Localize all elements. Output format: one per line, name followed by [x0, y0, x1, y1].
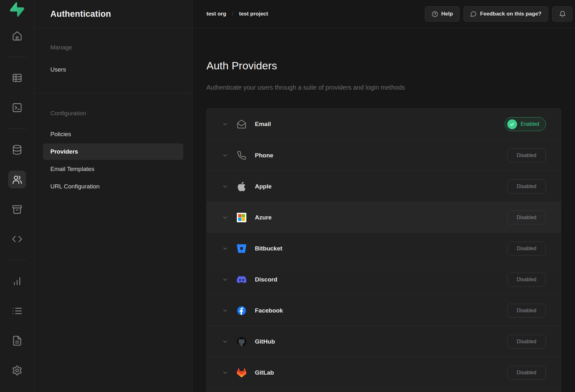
status-label: Disabled: [517, 246, 536, 251]
provider-row-discord[interactable]: Discord Disabled: [207, 264, 561, 295]
rail-table-editor-button[interactable]: [8, 69, 26, 87]
bitbucket-logo-icon: [237, 243, 247, 254]
provider-row-phone[interactable]: Phone Disabled: [207, 140, 561, 171]
status-label: Enabled: [521, 121, 539, 127]
discord-logo-icon: [237, 275, 247, 285]
apple-logo-icon: [237, 181, 247, 192]
chevron-down-icon[interactable]: [222, 338, 228, 345]
sidebar-item-providers[interactable]: Providers: [43, 143, 183, 160]
page-heading: Auth Providers: [206, 28, 561, 72]
page-subheading: Authenticate your users through a suite …: [206, 83, 561, 92]
github-logo-icon: [237, 337, 247, 347]
supabase-bolt-icon: [10, 2, 24, 17]
sidebar-item-policies[interactable]: Policies: [43, 126, 183, 142]
provider-row-facebook[interactable]: Facebook Disabled: [207, 295, 561, 326]
provider-name: Email: [255, 121, 271, 128]
help-circle-icon: [432, 11, 438, 17]
notifications-bell-icon: [559, 10, 566, 18]
provider-row-bitbucket[interactable]: Bitbucket Disabled: [207, 233, 561, 264]
rail-home-button[interactable]: [8, 27, 26, 45]
status-label: Disabled: [517, 277, 536, 282]
breadcrumb-org[interactable]: test org: [206, 11, 226, 17]
rail-reports-button[interactable]: [8, 272, 26, 290]
home-icon: [12, 30, 22, 41]
supabase-logo[interactable]: [0, 0, 34, 19]
notifications-button[interactable]: [552, 6, 572, 22]
storage-icon: [12, 204, 22, 215]
rail-storage-button[interactable]: [8, 200, 26, 218]
status-badge: Disabled: [507, 211, 546, 224]
chevron-down-icon[interactable]: [222, 214, 228, 221]
sidebar-item-email-templates[interactable]: Email Templates: [43, 161, 183, 177]
status-badge: Disabled: [507, 366, 546, 380]
chevron-down-icon[interactable]: [222, 370, 228, 376]
sql-editor-icon: [12, 102, 22, 113]
rail-authentication-button[interactable]: [8, 171, 26, 188]
chevron-down-icon[interactable]: [222, 245, 228, 252]
breadcrumb-project[interactable]: test project: [239, 11, 268, 17]
chevron-down-icon[interactable]: [222, 183, 228, 190]
help-button[interactable]: Help: [425, 6, 460, 22]
sidebar-header: Authentication: [34, 0, 192, 28]
provider-row-apple[interactable]: Apple Disabled: [207, 171, 561, 202]
speech-bubble-icon: [470, 11, 477, 17]
help-button-label: Help: [441, 11, 453, 17]
provider-row-gitlab[interactable]: GitLab Disabled: [207, 357, 561, 388]
chevron-down-icon[interactable]: [222, 121, 228, 127]
rail-divider: [7, 129, 27, 129]
status-badge: Disabled: [507, 242, 546, 256]
status-label: Disabled: [517, 370, 536, 376]
sidebar-item-url-configuration[interactable]: URL Configuration: [43, 178, 183, 195]
content-column: test org / test project Help Feedback on…: [193, 0, 575, 392]
provider-name: Azure: [255, 214, 272, 221]
provider-row-partial[interactable]: [207, 388, 561, 392]
gitlab-logo-icon: [237, 368, 247, 378]
provider-row-email[interactable]: Email Enabled: [207, 109, 561, 140]
provider-name: Bitbucket: [255, 245, 282, 252]
status-badge: Disabled: [507, 335, 546, 349]
breadcrumb-separator: /: [232, 11, 233, 17]
status-badge: Disabled: [507, 304, 546, 318]
rail-sql-editor-button[interactable]: [8, 99, 26, 117]
provider-row-github[interactable]: GitHub Disabled: [207, 326, 561, 357]
provider-row-azure[interactable]: Azure Disabled: [207, 202, 561, 233]
provider-name: Apple: [255, 183, 272, 190]
app-window: Authentication Manage Users Configuratio…: [0, 0, 575, 392]
feedback-button-label: Feedback on this page?: [480, 11, 541, 17]
check-circle-icon: [507, 119, 517, 129]
status-label: Disabled: [517, 308, 536, 313]
status-badge: Disabled: [507, 180, 546, 193]
rail-divider: [7, 260, 27, 260]
auth-providers-page: Auth Providers Authenticate your users t…: [193, 28, 575, 392]
reports-icon: [12, 276, 22, 287]
rail-divider: [7, 57, 27, 57]
chevron-down-icon[interactable]: [222, 307, 228, 314]
settings-gear-icon: [12, 365, 22, 376]
status-label: Disabled: [517, 184, 536, 189]
table-editor-icon: [12, 73, 22, 83]
page-title: Authentication: [50, 9, 111, 19]
breadcrumb: test org / test project: [206, 11, 268, 17]
rail-docs-button[interactable]: [8, 332, 26, 350]
topbar-actions: Help Feedback on this page?: [425, 6, 573, 22]
provider-name: GitLab: [255, 369, 274, 376]
sidebar-section-configuration: Configuration Policies Providers Email T…: [34, 93, 192, 196]
status-label: Disabled: [517, 215, 536, 220]
status-badge: Disabled: [507, 273, 546, 287]
chevron-down-icon[interactable]: [222, 152, 228, 159]
provider-name: GitHub: [255, 338, 275, 345]
rail-edge-functions-button[interactable]: [8, 230, 26, 248]
email-icon: [237, 119, 247, 129]
rail-logs-button[interactable]: [8, 302, 26, 320]
sidebar-section-manage: Manage Users: [34, 28, 192, 93]
sidebar-item-users[interactable]: Users: [43, 61, 183, 78]
microsoft-azure-logo-icon: [237, 212, 247, 223]
facebook-logo-icon: [237, 306, 247, 316]
icon-rail: [0, 0, 34, 392]
provider-name: Facebook: [255, 307, 283, 314]
rail-database-button[interactable]: [8, 141, 26, 159]
feedback-button[interactable]: Feedback on this page?: [464, 6, 548, 22]
phone-icon: [237, 150, 247, 161]
rail-settings-button[interactable]: [8, 362, 26, 379]
chevron-down-icon[interactable]: [222, 276, 228, 283]
